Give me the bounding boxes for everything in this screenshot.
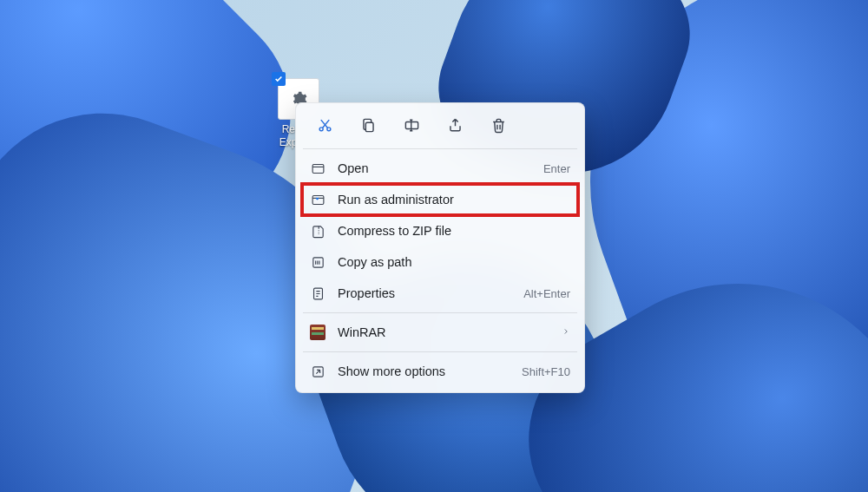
menu-item-open[interactable]: Open Enter xyxy=(301,153,579,184)
divider xyxy=(303,312,577,313)
svg-rect-3 xyxy=(405,121,418,128)
menu-item-compress[interactable]: Compress to ZIP file xyxy=(301,215,579,246)
menu-item-label: Open xyxy=(338,161,531,175)
menu-item-accelerator: Alt+Enter xyxy=(523,287,570,300)
menu-item-label: Show more options xyxy=(338,364,510,378)
svg-rect-5 xyxy=(312,195,324,204)
copy-path-icon xyxy=(310,254,326,270)
properties-icon xyxy=(310,285,326,301)
menu-item-accelerator: Shift+F10 xyxy=(522,365,570,378)
menu-item-label: Copy as path xyxy=(338,255,570,269)
cut-icon[interactable] xyxy=(313,114,336,136)
menu-item-run-admin[interactable]: Run as administrator xyxy=(301,184,579,215)
menu-item-properties[interactable]: Properties Alt+Enter xyxy=(301,278,579,309)
svg-rect-4 xyxy=(312,164,324,173)
svg-rect-6 xyxy=(312,257,322,266)
menu-item-copy-path[interactable]: Copy as path xyxy=(301,246,579,278)
menu-item-label: Compress to ZIP file xyxy=(338,224,570,238)
share-icon[interactable] xyxy=(444,114,466,136)
menu-item-label: WinRAR xyxy=(338,325,549,339)
selected-check-badge xyxy=(272,72,286,86)
show-more-icon xyxy=(310,364,326,379)
copy-icon[interactable] xyxy=(357,114,379,136)
submenu-chevron-icon xyxy=(562,326,570,338)
context-menu: Open Enter Run as administrator Compress… xyxy=(295,102,585,393)
shield-admin-icon xyxy=(310,192,326,207)
menu-item-accelerator: Enter xyxy=(543,162,570,175)
open-icon xyxy=(310,161,326,176)
divider xyxy=(303,351,577,352)
menu-item-label: Properties xyxy=(338,286,511,300)
zip-icon xyxy=(310,223,326,239)
menu-item-show-more[interactable]: Show more options Shift+F10 xyxy=(301,356,579,387)
winrar-icon xyxy=(310,325,326,340)
menu-item-winrar[interactable]: WinRAR xyxy=(301,317,579,348)
divider xyxy=(303,148,577,149)
context-menu-action-row xyxy=(301,108,579,145)
delete-icon[interactable] xyxy=(487,114,510,136)
menu-item-label: Run as administrator xyxy=(338,193,570,207)
rename-icon[interactable] xyxy=(400,114,423,136)
svg-rect-2 xyxy=(365,122,373,131)
